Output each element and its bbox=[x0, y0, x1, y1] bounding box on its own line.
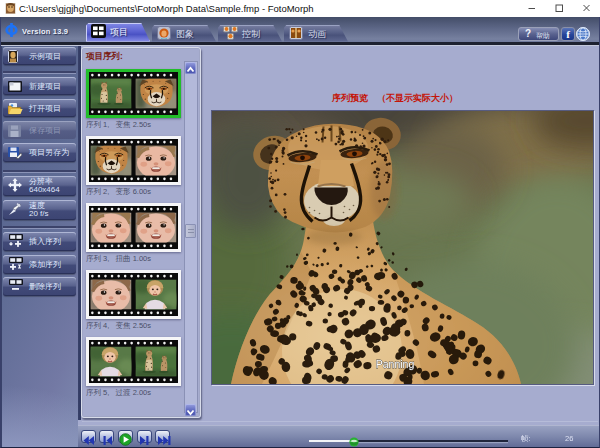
svg-text:Panning: Panning bbox=[376, 358, 415, 370]
